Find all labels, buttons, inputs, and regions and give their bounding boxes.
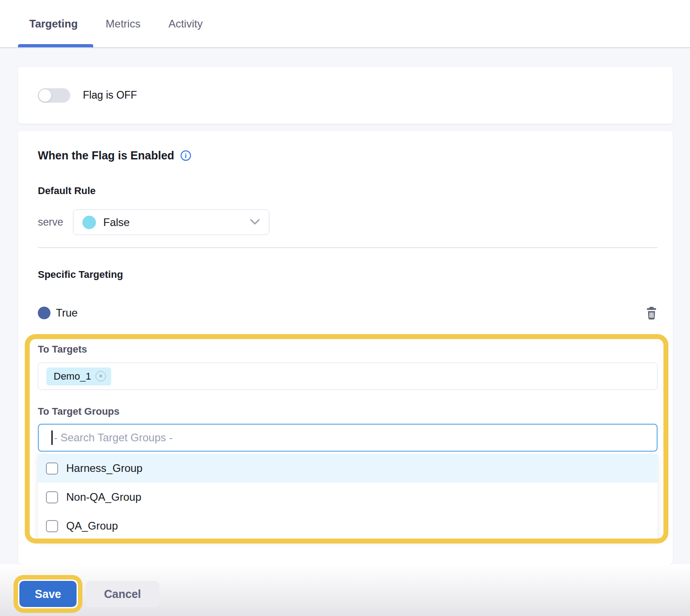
flag-state-label: Flag is OFF	[83, 89, 137, 101]
dropdown-option-non-qa-group[interactable]: Non-QA_Group	[38, 483, 658, 512]
checkbox[interactable]	[46, 491, 58, 503]
flag-toggle[interactable]	[38, 88, 70, 103]
tab-activity[interactable]: Activity	[168, 18, 203, 30]
variation-false-dot	[82, 216, 96, 229]
tab-metrics[interactable]: Metrics	[106, 18, 141, 30]
chevron-down-icon	[250, 218, 260, 226]
to-targets-label: To Targets	[38, 344, 87, 355]
info-icon[interactable]: i	[181, 150, 191, 161]
when-flag-enabled-title: When the Flag is Enabled	[38, 149, 174, 162]
search-placeholder: - Search Target Groups -	[54, 431, 173, 444]
tab-targeting[interactable]: Targeting	[29, 18, 78, 30]
target-chip-label: Demo_1	[54, 371, 91, 382]
option-label: QA_Group	[66, 520, 118, 532]
targets-input[interactable]: Demo_1 ✕	[38, 362, 658, 390]
to-target-groups-label: To Target Groups	[38, 406, 119, 417]
default-rule-serve-row: serve False	[38, 209, 269, 235]
option-label: Non-QA_Group	[66, 491, 141, 503]
default-rule-heading: Default Rule	[38, 185, 95, 197]
delete-rule-button[interactable]	[645, 307, 658, 320]
target-chip: Demo_1 ✕	[46, 367, 111, 385]
dropdown-option-qa-group[interactable]: QA_Group	[38, 512, 658, 540]
feature-flag-targeting-page: Targeting Metrics Activity Flag is OFF W…	[0, 0, 690, 616]
variation-true-label: True	[56, 307, 77, 319]
text-caret	[51, 430, 53, 445]
remove-target-icon[interactable]: ✕	[95, 371, 106, 381]
targeting-rules-card: When the Flag is Enabled i Default Rule …	[18, 131, 673, 564]
true-variation-row: True	[38, 306, 658, 320]
active-tab-indicator	[18, 44, 93, 47]
checkbox[interactable]	[46, 520, 58, 532]
section-divider	[38, 247, 658, 248]
target-groups-dropdown: Harness_Group Non-QA_Group QA_Group	[38, 454, 658, 540]
footer-actions: Save Cancel	[0, 564, 690, 616]
dropdown-option-harness-group[interactable]: Harness_Group	[38, 454, 658, 483]
option-label: Harness_Group	[66, 462, 142, 475]
specific-targeting-heading: Specific Targeting	[38, 269, 123, 281]
target-groups-search-input[interactable]: - Search Target Groups -	[38, 424, 658, 452]
cancel-button[interactable]: Cancel	[86, 581, 159, 607]
toggle-knob	[38, 89, 52, 102]
checkbox[interactable]	[46, 462, 58, 475]
selected-variation-value: False	[103, 216, 130, 229]
trash-icon	[645, 307, 658, 320]
serve-label: serve	[38, 216, 63, 228]
tab-bar: Targeting Metrics Activity	[0, 0, 690, 48]
variation-true-dot	[38, 307, 50, 319]
annotation-highlight-save: Save	[14, 575, 82, 613]
save-button[interactable]: Save	[19, 581, 77, 607]
section-title: When the Flag is Enabled i	[38, 149, 191, 162]
flag-state-card: Flag is OFF	[18, 67, 673, 124]
default-variation-select[interactable]: False	[73, 209, 269, 235]
